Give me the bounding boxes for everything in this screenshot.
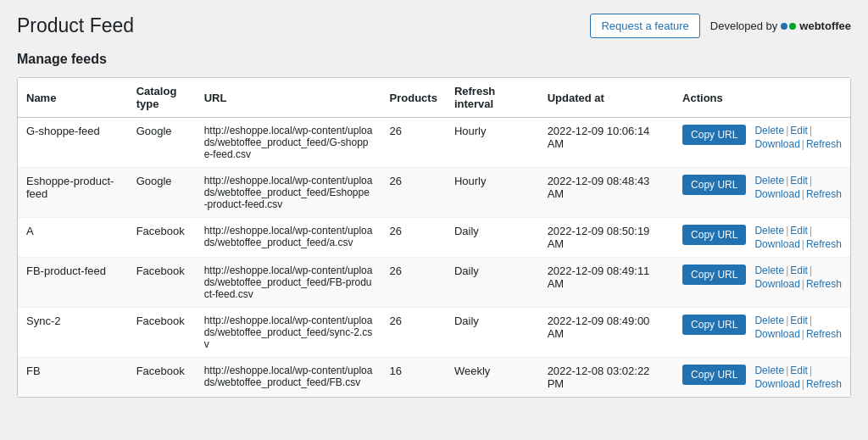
cell-catalog-type: Google xyxy=(128,118,196,168)
cell-refresh-interval: Daily xyxy=(446,308,539,358)
sep1: | xyxy=(786,175,788,187)
table-row: FB-product-feed Facebook http://eshoppe.… xyxy=(18,258,850,308)
download-link[interactable]: Download xyxy=(754,328,799,340)
cell-catalog-type: Facebook xyxy=(128,358,196,398)
table-header-row: Name Catalog type URL Products Refresh i… xyxy=(18,78,850,118)
edit-link[interactable]: Edit xyxy=(790,265,808,276)
download-link[interactable]: Download xyxy=(754,378,799,390)
cell-url: http://eshoppe.local/wp-content/uploads/… xyxy=(196,308,381,358)
copy-url-button[interactable]: Copy URL xyxy=(682,265,746,285)
edit-link[interactable]: Edit xyxy=(790,175,808,187)
col-header-catalog: Catalog type xyxy=(128,78,196,118)
refresh-link[interactable]: Refresh xyxy=(806,328,842,340)
refresh-link[interactable]: Refresh xyxy=(806,238,842,250)
table-row: G-shoppe-feed Google http://eshoppe.loca… xyxy=(18,118,850,168)
action-links-row-top: Delete | Edit | xyxy=(754,315,842,326)
cell-actions: Copy URL Delete | Edit | Download | Refr… xyxy=(674,118,850,168)
copy-url-button[interactable]: Copy URL xyxy=(682,315,746,335)
action-links-row-top: Delete | Edit | xyxy=(754,225,842,237)
developed-by-label: Developed by xyxy=(710,19,778,32)
cell-catalog-type: Facebook xyxy=(128,258,196,308)
action-links-row-top: Delete | Edit | xyxy=(754,365,842,376)
cell-url: http://eshoppe.local/wp-content/uploads/… xyxy=(196,358,381,398)
sep3: | xyxy=(802,188,804,200)
feeds-table-container: Name Catalog type URL Products Refresh i… xyxy=(17,77,851,398)
edit-link[interactable]: Edit xyxy=(790,225,808,237)
section-title: Manage feeds xyxy=(17,52,851,67)
copy-url-button[interactable]: Copy URL xyxy=(682,175,746,195)
actions-container: Copy URL Delete | Edit | Download | Refr… xyxy=(682,175,842,200)
download-link[interactable]: Download xyxy=(754,188,799,200)
sep2: | xyxy=(810,315,812,326)
col-header-name: Name xyxy=(18,78,128,118)
sep2: | xyxy=(810,175,812,187)
col-header-url: URL xyxy=(196,78,381,118)
cell-catalog-type: Google xyxy=(128,168,196,218)
cell-products: 26 xyxy=(381,218,446,258)
action-links-row-bottom: Download | Refresh xyxy=(754,188,842,200)
cell-updated-at: 2022-12-09 08:50:19 AM xyxy=(539,218,674,258)
action-links: Delete | Edit | Download | Refresh xyxy=(754,175,842,200)
cell-products: 16 xyxy=(381,358,446,398)
cell-name: A xyxy=(18,218,128,258)
copy-url-button[interactable]: Copy URL xyxy=(682,225,746,245)
table-row: A Facebook http://eshoppe.local/wp-conte… xyxy=(18,218,850,258)
table-row: Eshoppe-product-feed Google http://eshop… xyxy=(18,168,850,218)
edit-link[interactable]: Edit xyxy=(790,365,808,376)
cell-name: Sync-2 xyxy=(18,308,128,358)
edit-link[interactable]: Edit xyxy=(790,315,808,326)
action-links-row-top: Delete | Edit | xyxy=(754,175,842,187)
cell-updated-at: 2022-12-09 08:49:11 AM xyxy=(539,258,674,308)
download-link[interactable]: Download xyxy=(754,138,799,150)
cell-actions: Copy URL Delete | Edit | Download | Refr… xyxy=(674,308,850,358)
copy-url-button[interactable]: Copy URL xyxy=(682,125,746,145)
col-header-refresh: Refresh interval xyxy=(446,78,539,118)
copy-url-button[interactable]: Copy URL xyxy=(682,365,746,385)
delete-link[interactable]: Delete xyxy=(754,225,784,237)
sep1: | xyxy=(786,125,788,136)
cell-name: G-shoppe-feed xyxy=(18,118,128,168)
action-links-row-bottom: Download | Refresh xyxy=(754,138,842,150)
cell-products: 26 xyxy=(381,308,446,358)
delete-link[interactable]: Delete xyxy=(754,365,784,376)
sep1: | xyxy=(786,265,788,276)
action-links: Delete | Edit | Download | Refresh xyxy=(754,315,842,340)
refresh-link[interactable]: Refresh xyxy=(806,378,842,390)
delete-link[interactable]: Delete xyxy=(754,315,784,326)
actions-container: Copy URL Delete | Edit | Download | Refr… xyxy=(682,125,842,150)
table-row: Sync-2 Facebook http://eshoppe.local/wp-… xyxy=(18,308,850,358)
cell-refresh-interval: Hourly xyxy=(446,168,539,218)
actions-container: Copy URL Delete | Edit | Download | Refr… xyxy=(682,315,842,340)
refresh-link[interactable]: Refresh xyxy=(806,188,842,200)
delete-link[interactable]: Delete xyxy=(754,265,784,276)
col-header-actions: Actions xyxy=(674,78,850,118)
col-header-products: Products xyxy=(381,78,446,118)
delete-link[interactable]: Delete xyxy=(754,125,784,136)
download-link[interactable]: Download xyxy=(754,238,799,250)
delete-link[interactable]: Delete xyxy=(754,175,784,187)
sep2: | xyxy=(810,265,812,276)
refresh-link[interactable]: Refresh xyxy=(806,278,842,290)
refresh-link[interactable]: Refresh xyxy=(806,138,842,150)
cell-refresh-interval: Daily xyxy=(446,218,539,258)
sep3: | xyxy=(802,328,804,340)
sep3: | xyxy=(802,278,804,290)
sep3: | xyxy=(802,138,804,150)
cell-url: http://eshoppe.local/wp-content/uploads/… xyxy=(196,258,381,308)
cell-updated-at: 2022-12-09 08:49:00 AM xyxy=(539,308,674,358)
request-feature-button[interactable]: Request a feature xyxy=(590,14,699,38)
action-links: Delete | Edit | Download | Refresh xyxy=(754,125,842,150)
cell-products: 26 xyxy=(381,168,446,218)
cell-products: 26 xyxy=(381,118,446,168)
developed-by: Developed by webtoffee xyxy=(710,19,851,32)
cell-catalog-type: Facebook xyxy=(128,218,196,258)
edit-link[interactable]: Edit xyxy=(790,125,808,136)
sep1: | xyxy=(786,315,788,326)
cell-actions: Copy URL Delete | Edit | Download | Refr… xyxy=(674,168,850,218)
download-link[interactable]: Download xyxy=(754,278,799,290)
cell-products: 26 xyxy=(381,258,446,308)
action-links: Delete | Edit | Download | Refresh xyxy=(754,225,842,250)
cell-refresh-interval: Daily xyxy=(446,258,539,308)
table-row: FB Facebook http://eshoppe.local/wp-cont… xyxy=(18,358,850,398)
actions-container: Copy URL Delete | Edit | Download | Refr… xyxy=(682,365,842,390)
